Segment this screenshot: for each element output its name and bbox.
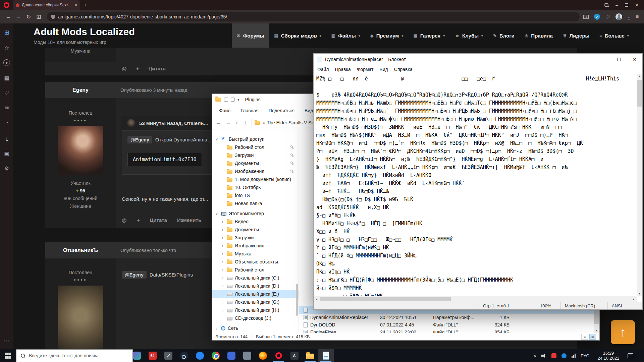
chevron-icon[interactable]	[221, 267, 225, 273]
nav-more[interactable]: Больше	[594, 23, 634, 48]
thumbnails-view-button[interactable]: ▦	[589, 334, 596, 340]
notepad-horizontal-scrollbar[interactable]: ◄ ►	[314, 296, 637, 302]
file-row[interactable]: DynamicAnimationReplacer 30.12.2021 10:5…	[299, 314, 594, 321]
sidebar-messenger-icon[interactable]	[2, 104, 11, 112]
sidebar-speed-dial-icon[interactable]	[2, 28, 11, 37]
sidebar-player-icon[interactable]	[2, 58, 11, 67]
language-indicator[interactable]: РУС	[581, 353, 589, 358]
taskbar-chrome-icon[interactable]	[208, 349, 223, 362]
post-author-name[interactable]: ОтшельникЪ	[45, 247, 116, 253]
post-action-button[interactable]: Цитата	[148, 66, 166, 71]
chevron-icon[interactable]	[215, 326, 219, 331]
tab-close-icon[interactable]: ✕	[74, 3, 77, 7]
shield-check-icon[interactable]: ✓	[594, 14, 600, 20]
tree-item[interactable]: Загрузки	[212, 151, 299, 159]
taskbar-search-box[interactable]: Введите здесь текст для поиска	[16, 349, 133, 362]
recent-locations-icon[interactable]: ∨	[235, 121, 239, 124]
reload-button[interactable]: ↻	[23, 12, 34, 22]
show-desktop-button[interactable]	[640, 349, 641, 362]
opera-logo-icon[interactable]	[4, 2, 9, 8]
scroll-to-top-button[interactable]: ↑	[611, 320, 635, 344]
site-badge-icon[interactable]	[51, 15, 55, 19]
new-tab-button[interactable]: +	[84, 2, 87, 8]
chevron-icon[interactable]	[221, 300, 225, 305]
hidden-icons-chevron[interactable]: ∧	[533, 353, 536, 358]
nav-forums[interactable]: Форумы	[232, 23, 269, 48]
taskbar-game-icon[interactable]	[129, 349, 145, 362]
tree-item[interactable]: Рабочий стол	[212, 266, 299, 274]
ribbon-tab[interactable]: Файл	[214, 106, 235, 116]
tree-item[interactable]: Документы	[212, 226, 299, 234]
sidebar-history-icon[interactable]	[2, 119, 11, 127]
post-action-button[interactable]: +	[137, 217, 140, 223]
tree-this-pc[interactable]: Этот компьютер	[212, 209, 299, 218]
tree-network[interactable]: Сеть	[212, 324, 299, 332]
chevron-icon[interactable]	[221, 276, 225, 281]
site-title[interactable]: Adult Mods Localized	[34, 26, 135, 38]
taskbar-opera-icon[interactable]	[271, 349, 286, 362]
clock[interactable]: 16:29 24.10.2022	[594, 351, 623, 361]
tab-search-icon[interactable]	[604, 3, 609, 7]
speed-dial-button[interactable]: ⊞	[34, 12, 44, 22]
tree-item[interactable]: Загрузки	[212, 234, 299, 242]
tree-item[interactable]: 1. Мои документы (копия)	[212, 175, 299, 183]
notepad-vertical-scrollbar[interactable]: ▲ ▼	[637, 74, 642, 296]
author-avatar[interactable]	[58, 126, 103, 175]
menu-item[interactable]: Правка	[332, 67, 354, 72]
tree-item[interactable]: Локальный диск (H:)	[212, 306, 299, 314]
speaker-icon[interactable]	[541, 354, 546, 358]
post-author-name[interactable]: Egeny	[45, 87, 116, 93]
tray-blue-app-icon[interactable]	[561, 353, 567, 358]
scroll-left-icon[interactable]: ◄	[314, 296, 319, 302]
file-row[interactable]: DynDOLOD 07.01.2022 4:45 Файл "DLL" 324 …	[299, 321, 594, 328]
tree-item[interactable]: CD-дисковод (J:)	[212, 314, 299, 322]
nav-blogs[interactable]: Блоги	[488, 23, 520, 48]
tree-item[interactable]: Локальный диск (G:)	[212, 298, 299, 306]
action-center-icon[interactable]	[628, 353, 633, 358]
nav-files[interactable]: Файлы	[326, 23, 365, 48]
nav-back-icon[interactable]: ←	[215, 120, 222, 126]
chevron-icon[interactable]	[221, 243, 225, 248]
heart-icon[interactable]: ♡	[605, 14, 610, 20]
tree-item[interactable]: Локальный диск (C:)	[212, 274, 299, 282]
scrollbar-thumb[interactable]	[637, 80, 642, 107]
nav-leaders[interactable]: Лидеры	[558, 23, 594, 48]
tree-item[interactable]: Музыка	[212, 250, 299, 258]
menu-item[interactable]: Файл	[314, 67, 332, 72]
taskbar-a-app-icon[interactable]: A	[286, 349, 302, 362]
browser-tab[interactable]: Дополнение сборки Sexri... ✕	[13, 0, 80, 10]
chevron-icon[interactable]	[221, 235, 225, 240]
profile-avatar-icon[interactable]	[615, 13, 622, 20]
menu-icon[interactable]: ≡	[636, 14, 639, 20]
taskbar-blue-app-icon[interactable]	[223, 349, 239, 362]
post-action-button[interactable]: Изменить	[177, 217, 201, 223]
details-view-button[interactable]: ≣	[581, 334, 588, 340]
notepad-title-bar[interactable]: DynamicAnimationReplacer – Блокнот – ✕	[314, 54, 642, 65]
scrollbar-thumb[interactable]	[320, 297, 451, 301]
sidebar-workspaces-icon[interactable]	[2, 149, 11, 158]
post-action-button[interactable]: +	[136, 66, 139, 71]
tree-quick-access[interactable]: Быстрый доступ	[212, 135, 299, 143]
window-maximize-button[interactable]	[625, 3, 628, 7]
taskbar-gray-app-icon[interactable]	[239, 349, 255, 362]
nav-gallery[interactable]: Галерея	[408, 23, 450, 48]
author-avatar[interactable]	[58, 286, 103, 349]
chevron-icon[interactable]	[221, 227, 225, 232]
tree-item[interactable]: foto TS	[212, 191, 299, 199]
tree-item[interactable]: Изображения	[212, 242, 299, 250]
sidebar-extensions-icon[interactable]	[2, 73, 11, 82]
tree-item[interactable]: Рабочий стол	[212, 143, 299, 151]
mention-link[interactable]: @Egeny	[127, 136, 152, 143]
tree-item[interactable]: Изображения	[212, 167, 299, 175]
network-icon[interactable]	[572, 354, 576, 358]
ribbon-tab[interactable]: Главная	[235, 106, 263, 116]
tree-scrollbar[interactable]	[296, 284, 298, 316]
chevron-icon[interactable]	[215, 137, 219, 141]
address-bar[interactable]: amlgames.com/forums/topic/4027-dopolneni…	[47, 12, 580, 21]
scroll-right-icon[interactable]: ►	[631, 296, 637, 302]
snapshot-icon[interactable]	[583, 15, 589, 19]
chevron-icon[interactable]	[215, 212, 219, 216]
taskbar-firefox-icon[interactable]	[255, 349, 271, 362]
nav-clubs[interactable]: Клубы	[450, 23, 488, 48]
notepad-close-button[interactable]: ✕	[627, 54, 642, 65]
